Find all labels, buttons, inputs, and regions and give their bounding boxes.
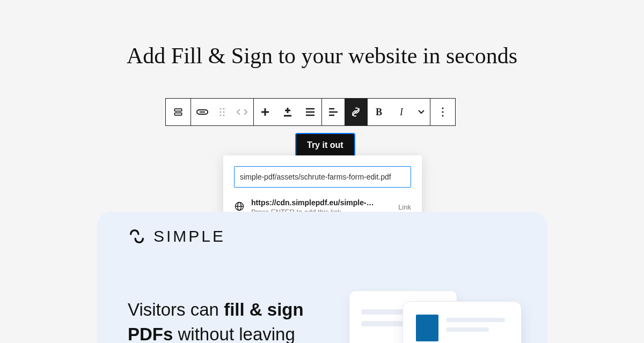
align-icon [305, 108, 315, 116]
svg-rect-0 [174, 109, 181, 111]
transform-icon [196, 107, 209, 117]
svg-point-6 [219, 111, 221, 113]
block-type-button[interactable] [166, 99, 191, 125]
toolbar-group-text: B I [367, 98, 430, 126]
justify-button[interactable] [322, 99, 345, 125]
text-more-button[interactable] [413, 99, 430, 125]
toolbar-group-transform [191, 98, 254, 126]
link-suggestion-kind: Link [398, 203, 411, 211]
promo-panel: SIMPLE Visitors can fill & sign PDFs wit… [97, 212, 547, 343]
add-before-button[interactable] [254, 99, 276, 125]
logo-icon [128, 227, 146, 245]
italic-button[interactable]: I [390, 99, 413, 125]
drag-icon [219, 107, 225, 117]
toolbar-group-link [321, 98, 368, 126]
promo-heading-part3: without leaving [173, 324, 295, 343]
svg-point-23 [442, 111, 443, 113]
align-button[interactable] [299, 99, 321, 125]
link-url-input[interactable] [234, 166, 411, 188]
link-suggestion-title: https://cdn.simplepdf.eu/simple-… [251, 198, 392, 207]
try-it-out-button[interactable]: Try it out [295, 133, 355, 158]
promo-doc-front [402, 301, 522, 343]
svg-rect-1 [174, 113, 181, 115]
link-input-wrap [223, 155, 422, 196]
svg-point-8 [219, 114, 221, 116]
drag-handle[interactable] [214, 99, 231, 125]
promo-heading-part1: Visitors can [128, 300, 224, 319]
svg-point-9 [223, 114, 224, 116]
promo-heading-strong2: PDFs [128, 324, 173, 343]
promo-heading-strong1: fill & sign [224, 300, 304, 319]
promo-doc-line [446, 318, 505, 322]
plus-below-icon [283, 107, 292, 117]
justify-icon [328, 108, 338, 116]
svg-point-7 [223, 111, 224, 113]
toolbar-group-insert [253, 98, 322, 126]
edit-html-button[interactable] [231, 99, 253, 125]
svg-point-22 [442, 107, 443, 109]
svg-point-24 [442, 115, 443, 116]
promo-logo: SIMPLE [128, 227, 225, 245]
promo-doc-line [446, 327, 489, 332]
block-type-icon [173, 107, 184, 117]
svg-point-4 [219, 108, 221, 109]
page-headline: Add Fill & Sign to your website in secon… [0, 43, 644, 69]
code-icon [236, 108, 248, 116]
transform-button[interactable] [191, 99, 214, 125]
chevron-down-icon [418, 109, 425, 115]
kebab-icon [441, 107, 444, 117]
toolbar-group-overflow [430, 98, 456, 126]
link-button[interactable] [345, 99, 367, 125]
block-toolbar: B I [165, 98, 456, 126]
bold-button[interactable]: B [368, 99, 390, 125]
promo-heading: Visitors can fill & sign PDFs without le… [128, 297, 304, 343]
more-options-button[interactable] [430, 99, 455, 125]
svg-point-5 [223, 108, 224, 109]
promo-brand: SIMPLE [153, 227, 225, 245]
plus-icon [260, 107, 270, 117]
add-after-button[interactable] [276, 99, 299, 125]
unlink-icon [350, 107, 361, 117]
promo-doc-thumb [416, 315, 438, 341]
toolbar-group-block [165, 98, 191, 126]
